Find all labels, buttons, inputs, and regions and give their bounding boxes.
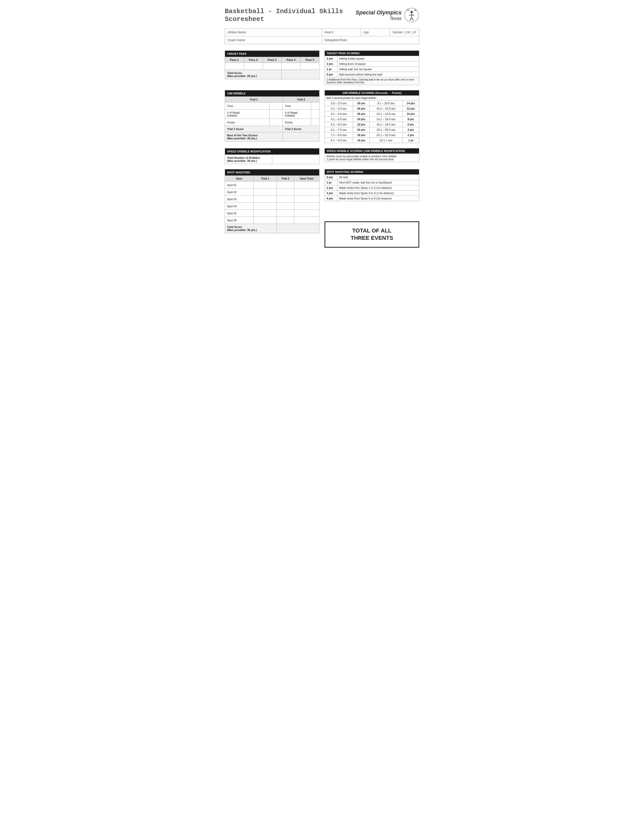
- spot1-trial1[interactable]: [254, 182, 277, 188]
- spot-shooting-scoring-header: SPOT SHOOTING SCORING: [325, 169, 419, 175]
- trial2-score-label: Trial 2 Score: [283, 126, 319, 132]
- sss-desc-1: Air ball: [337, 175, 419, 180]
- sss-desc-4: Made shots from Spots 3 or 4 (1.5m dista…: [337, 191, 419, 196]
- spot6-trial2[interactable]: [277, 217, 294, 224]
- ds-range1-6: 6.1 – 7.0 sec: [325, 127, 353, 132]
- spot5-trial1[interactable]: [254, 210, 277, 217]
- tps-pts-3: 1 pt: [325, 67, 337, 72]
- spot-total-score-value[interactable]: [277, 224, 319, 233]
- time-value-1[interactable]: [269, 103, 283, 109]
- dribble-scoring-table: 10M DRIBBLE SCORING (Seconds → Points) A…: [325, 90, 419, 143]
- dribble-header: 10M DRIBBLE: [225, 90, 319, 96]
- ds-pts2-1: 14 pts: [402, 101, 419, 106]
- dribble-table: 10M DRIBBLE Trial 1 Trial 2 Time Time # …: [225, 90, 319, 142]
- spot1-row: Spot #1: [225, 182, 319, 188]
- spot6-trial1[interactable]: [254, 217, 277, 224]
- spot-shooting-table: SPOT SHOOTING Spot Trial 1 Trial 2 Spot …: [225, 169, 319, 233]
- target-pass-table: TARGET PASS Pass 1 Pass 2 Pass 3 Pass 4 …: [225, 50, 319, 79]
- pass1-header: Pass 1: [225, 57, 244, 63]
- ds-range2-7: 20.1 – 22.0 sec: [369, 132, 402, 138]
- pass4-value[interactable]: [282, 63, 301, 70]
- target-pass-total-label: Total Score (Max possible: 20 pts.): [225, 70, 282, 79]
- pass5-value[interactable]: [301, 63, 319, 70]
- svg-point-1: [411, 11, 413, 13]
- tps-pts-1: 3 pts: [325, 56, 337, 61]
- dribble-scoring-header: 10M DRIBBLE SCORING (Seconds → Points): [325, 90, 419, 96]
- tps-desc-1: Hitting inside square: [337, 56, 419, 61]
- athlete-info-table: Athlete Name Heat # Age Gender M F Coach…: [225, 28, 419, 44]
- spot1-total[interactable]: [294, 182, 319, 188]
- spot3-trial2[interactable]: [277, 196, 294, 203]
- spot2-trial1[interactable]: [254, 188, 277, 196]
- gender-f-radio[interactable]: [412, 31, 414, 34]
- spot5-trial2[interactable]: [277, 210, 294, 217]
- tps-desc-3: Hitting wall, but not square: [337, 67, 419, 72]
- speed-dribble-total-value[interactable]: [272, 155, 319, 164]
- ds-range1-2: 2.1 – 3.0 sec: [325, 106, 353, 111]
- spot3-total[interactable]: [294, 196, 319, 203]
- speed-dribble-section: SPEED DRIBBLE MODIFICATION Total Number …: [225, 148, 419, 164]
- ds-range2-2: 10.1 – 12.0 sec: [369, 106, 402, 111]
- spot3-row: Spot #3: [225, 196, 319, 203]
- ds-pts1-3: 26 pts: [353, 111, 369, 117]
- target-pass-header: TARGET PASS: [225, 51, 319, 57]
- spot1-trial2[interactable]: [277, 182, 294, 188]
- pass3-value[interactable]: [262, 63, 282, 70]
- ds-pts2-6: 4 pts: [402, 127, 419, 132]
- dribble-penalty-note: Add 1 second penalty for each illegal dr…: [325, 96, 419, 101]
- special-olympics-logo-icon: [404, 8, 419, 23]
- time-value-2[interactable]: [311, 103, 319, 109]
- ds-pts1-6: 20 pts: [353, 127, 369, 132]
- points-label-2: Points: [283, 119, 311, 126]
- ds-pts2-8: 1 pt: [402, 138, 419, 143]
- illegal-value-1[interactable]: [269, 109, 283, 119]
- illegal-value-2[interactable]: [311, 109, 319, 119]
- target-pass-total-value[interactable]: [282, 70, 319, 79]
- total-events-label: TOTAL OF ALL THREE EVENTS: [351, 227, 393, 241]
- spot3-label: Spot #3: [225, 196, 254, 203]
- spot2-trial2[interactable]: [277, 188, 294, 196]
- heat-cell: Heat #: [322, 29, 361, 36]
- speed-dribble-left: SPEED DRIBBLE MODIFICATION Total Number …: [225, 148, 319, 164]
- speed-dribble-total-label: Total Number of Dribbles (Max possible: …: [225, 155, 272, 164]
- spot6-total[interactable]: [294, 217, 319, 224]
- spot5-total[interactable]: [294, 210, 319, 217]
- target-pass-scoring-header: TARGET PASS SCORING: [325, 51, 419, 56]
- spot3-trial1[interactable]: [254, 196, 277, 203]
- pass2-value[interactable]: [244, 63, 262, 70]
- pass1-value[interactable]: [225, 63, 244, 70]
- sss-pts-4: 3 pts: [325, 191, 337, 196]
- spot-total-col-header: Spot Total: [294, 176, 319, 182]
- spot4-total[interactable]: [294, 203, 319, 210]
- ds-pts2-5: 6 pts: [402, 122, 419, 127]
- spot4-trial1[interactable]: [254, 203, 277, 210]
- tps-pts-4: 0 pts: [325, 72, 337, 77]
- tps-desc-2: Hitting lines of square: [337, 61, 419, 67]
- ds-range2-1: 9.1 – 10.0 sec: [369, 101, 402, 106]
- spot-shooting-header: SPOT SHOOTING: [225, 169, 319, 176]
- spot4-row: Spot #4: [225, 203, 319, 210]
- ds-pts1-2: 28 pts: [353, 106, 369, 111]
- points-value-1[interactable]: [269, 119, 283, 126]
- best-score-value[interactable]: [283, 132, 319, 142]
- ds-range1-7: 7.1 – 8.0 sec: [325, 132, 353, 138]
- sss-pts-1: 0 pts: [325, 175, 337, 180]
- pass3-header: Pass 3: [262, 57, 282, 63]
- ds-pts2-4: 8 pts: [402, 117, 419, 122]
- speed-dribble-scoring-right: SPEED DRIBBLE SCORING (10M DRIBBLE MODIF…: [325, 148, 419, 164]
- tps-additional-note: 1 Additional Point Per Pass: Catching ba…: [325, 77, 419, 85]
- trial2-col-header: Trial 2: [277, 176, 294, 182]
- ds-pts2-7: 2 pts: [402, 132, 419, 138]
- speed-dribble-table: SPEED DRIBBLE MODIFICATION Total Number …: [225, 148, 319, 164]
- dribble-left: 10M DRIBBLE Trial 1 Trial 2 Time Time # …: [225, 90, 319, 143]
- gender-m-radio[interactable]: [404, 31, 407, 34]
- spot4-trial2[interactable]: [277, 203, 294, 210]
- spot-shooting-left: SPOT SHOOTING Spot Trial 1 Trial 2 Spot …: [225, 169, 319, 248]
- ds-range1-8: 8.1 – 9.0 sec: [325, 138, 353, 143]
- ds-pts1-5: 22 pts: [353, 122, 369, 127]
- points-value-2[interactable]: [311, 119, 319, 126]
- spot5-row: Spot #5: [225, 210, 319, 217]
- spot6-label: Spot #6: [225, 217, 254, 224]
- svg-line-5: [412, 18, 414, 21]
- spot2-total[interactable]: [294, 188, 319, 196]
